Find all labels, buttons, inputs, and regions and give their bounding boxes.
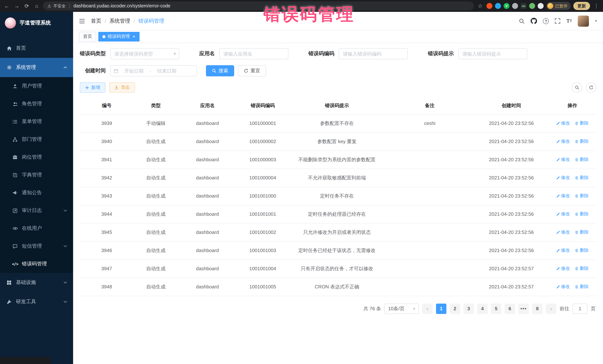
delete-link[interactable]: 删除 [575,156,589,163]
sidebar-toggle-icon[interactable] [79,18,85,23]
help-icon[interactable]: ? [543,18,549,24]
app-name-input[interactable] [219,48,288,59]
search-button[interactable]: 搜索 [206,65,234,76]
sidebar-item-infra[interactable]: 基础设施 [0,273,73,292]
tab-error-code[interactable]: 错误码管理 × [98,32,139,41]
sidebar-item-home[interactable]: 首页 [0,39,73,58]
table-row: 3939 手动编辑 dashboard 1001000001 参数配置不存在 c… [80,114,596,132]
sidebar-item-post-management[interactable]: 岗位管理 [0,148,73,166]
bookmark-star-icon[interactable]: ☆ [476,2,484,10]
sidebar-logo[interactable]: 芋道管理系统 [0,12,73,34]
user-avatar[interactable] [578,15,589,26]
delete-link[interactable]: 删除 [575,120,589,126]
tab-home[interactable]: 首页 [79,32,96,41]
header-app: 应用名 [178,97,237,114]
sidebar-item-role-management[interactable]: 角色管理 [0,95,73,113]
sidebar-item-user-management[interactable]: 用户管理 [0,77,73,95]
error-type-select[interactable] [110,48,179,59]
header-type: 类型 [134,97,178,114]
update-button[interactable]: 更新 [573,2,590,10]
delete-link[interactable]: 删除 [575,265,589,272]
page-button-5[interactable]: 5 [491,303,501,314]
table-row: 3947 自动生成 dashboard 1001001004 只有开启状态的任务… [80,259,596,278]
prev-page-button[interactable]: ‹ [422,303,433,314]
extension-icon-4[interactable] [529,3,535,9]
more-pages-button[interactable]: ••• [518,303,529,314]
profile-chip[interactable]: 已暂停 [546,2,571,10]
extension-pin-icon[interactable] [538,3,544,9]
profile-badge-label: 已暂停 [555,3,567,9]
browser-menu-icon[interactable]: ⋮ [593,2,600,10]
home-icon[interactable]: ⌂ [33,2,40,10]
extension-on-badge[interactable]: on [521,3,527,9]
edit-link[interactable]: 修改 [556,211,570,217]
reload-icon[interactable]: ⟳ [23,2,30,10]
extension-icon-3[interactable]: V [504,3,510,9]
sidebar-item-system[interactable]: 系统管理 [0,58,73,77]
page-button-6[interactable]: 6 [505,303,515,314]
page-size-select[interactable]: 10条/页 ▾ [384,303,419,314]
sidebar-item-menu-management[interactable]: 菜单管理 [0,113,73,131]
edit-link[interactable]: 修改 [556,138,570,144]
delete-link[interactable]: 删除 [575,284,589,290]
extension-icon-2[interactable] [495,3,501,9]
reset-button[interactable]: 重置 [238,65,266,76]
page-unit-label: 页 [591,305,596,312]
refresh-icon[interactable] [586,82,596,93]
tab-close-icon[interactable]: × [132,34,135,39]
edit-link[interactable]: 修改 [556,229,570,235]
edit-link[interactable]: 修改 [556,247,570,254]
delete-link[interactable]: 删除 [575,247,589,254]
sidebar-item-sms-management[interactable]: 短信管理 [0,237,73,255]
delete-link[interactable]: 删除 [575,175,589,181]
sidebar-item-audit-log[interactable]: 审计日志 [0,202,73,220]
page-button-8[interactable]: 8 [532,303,543,314]
page-button-4[interactable]: 4 [477,303,487,314]
end-date-input[interactable] [153,68,180,74]
edit-link[interactable]: 修改 [556,265,570,272]
page-button-1[interactable]: 1 [436,303,446,314]
sidebar-item-notice-management[interactable]: 通知公告 [0,184,73,202]
error-hint-input[interactable] [458,48,527,59]
forward-icon[interactable]: → [13,2,20,10]
edit-link[interactable]: 修改 [556,156,570,163]
github-icon[interactable] [531,18,537,24]
export-button[interactable]: 导出 [109,82,135,93]
start-date-input[interactable] [121,68,147,74]
sidebar-item-devtools[interactable]: 研发工具 [0,292,73,311]
delete-link[interactable]: 删除 [575,138,589,144]
date-range-picker[interactable]: - [110,65,197,76]
table-header-row: 编号 类型 应用名 错误码编码 错误码提示 备注 创建时间 操作 [80,97,596,114]
sidebar-item-online-users[interactable]: 在线用户 [0,220,73,237]
page: ← → ⟳ ⌂ ⚠ 不安全 | dashboard.yudao.iocoder.… [0,0,603,364]
breadcrumb-home[interactable]: 首页 [91,18,101,24]
show-search-icon[interactable] [572,82,582,93]
page-button-2[interactable]: 2 [450,303,460,314]
org-tree-icon [12,137,18,142]
goto-page-input[interactable] [573,303,587,314]
delete-link[interactable]: 删除 [575,229,589,235]
back-icon[interactable]: ← [3,2,10,10]
edit-link[interactable]: 修改 [556,284,570,290]
avatar-caret-icon[interactable]: ▾ [595,19,597,23]
sidebar-item-dict-management[interactable]: 字典管理 [0,166,73,184]
edit-link[interactable]: 修改 [556,175,570,181]
delete-link[interactable]: 删除 [575,193,589,199]
edit-link[interactable]: 修改 [556,120,570,126]
error-code-input[interactable] [339,48,408,59]
edit-link[interactable]: 修改 [556,193,570,199]
fullscreen-icon[interactable] [555,18,560,24]
address-bar[interactable]: ⚠ 不安全 | dashboard.yudao.iocoder.cn/syste… [43,1,474,10]
add-button[interactable]: 新增 [80,82,105,93]
font-size-icon[interactable]: TT [566,18,572,24]
next-page-button[interactable]: › [546,303,556,314]
search-icon[interactable] [519,18,525,24]
sidebar-item-error-code-management[interactable]: </> 错误码管理 [0,255,73,273]
breadcrumb-system[interactable]: 系统管理 [109,18,130,24]
sidebar-item-dept-management[interactable]: 部门管理 [0,131,73,148]
extensions-puzzle-icon[interactable] [512,3,518,9]
page-button-3[interactable]: 3 [464,303,474,314]
extension-icon-1[interactable] [487,3,492,9]
delete-link[interactable]: 删除 [575,211,589,217]
sidebar: 芋道管理系统 首页 系统管理 用户管理 [0,12,73,364]
